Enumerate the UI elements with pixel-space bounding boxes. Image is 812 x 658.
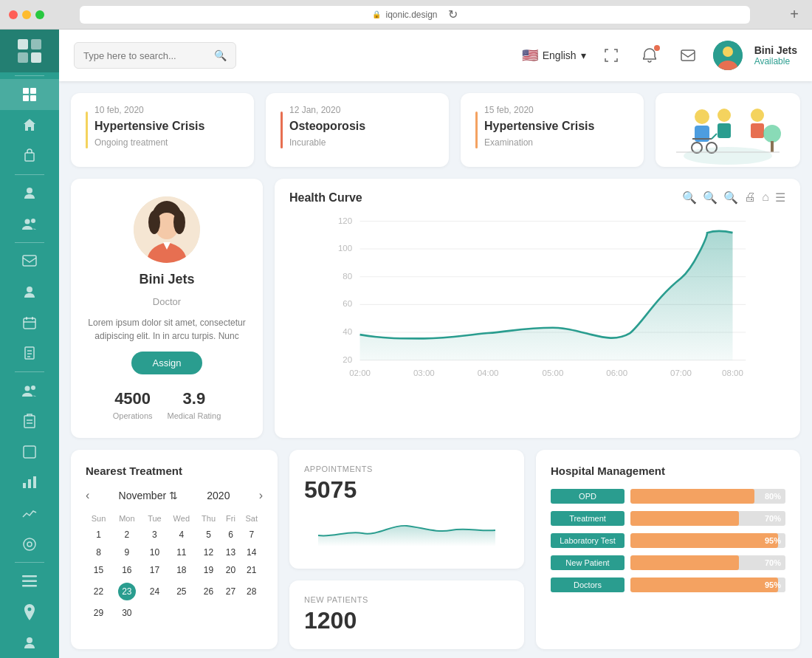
calendar-day[interactable]: 22 — [86, 579, 111, 604]
sidebar-item-user[interactable] — [0, 178, 59, 209]
zoom-minus-icon[interactable]: 🔍 — [682, 191, 697, 205]
calendar-day[interactable]: 30 — [111, 604, 142, 622]
minimize-button[interactable] — [22, 10, 31, 19]
calendar-day[interactable]: 8 — [86, 544, 111, 561]
calendar-day[interactable]: 17 — [142, 561, 168, 579]
sidebar-item-menu[interactable] — [0, 566, 59, 597]
mail-icon — [681, 49, 695, 61]
calendar-day[interactable]: 19 — [196, 561, 221, 579]
progress-bar-wrap: 95% — [630, 533, 785, 548]
header: 🔍 🇺🇸 English ▾ — [59, 30, 812, 81]
sidebar-item-mail[interactable] — [0, 246, 59, 277]
cal-header-mon: Mon — [111, 511, 142, 526]
calendar-day[interactable]: 26 — [196, 579, 221, 604]
close-button[interactable] — [9, 10, 18, 19]
calendar-day[interactable] — [240, 604, 263, 622]
progress-pct: 70% — [765, 558, 781, 567]
new-tab-button[interactable]: + — [785, 6, 803, 24]
fullscreen-button[interactable] — [35, 10, 44, 19]
calendar-day[interactable]: 9 — [111, 544, 142, 561]
calendar-day[interactable]: 16 — [111, 561, 142, 579]
reload-button[interactable]: ↻ — [448, 7, 458, 21]
calendar-day[interactable]: 28 — [240, 579, 263, 604]
calendar-day[interactable]: 1 — [86, 526, 111, 544]
sidebar-item-reports[interactable] — [0, 337, 59, 369]
calendar-day[interactable]: 23 — [111, 579, 142, 604]
assign-button[interactable]: Assign — [131, 352, 202, 374]
zoom-reset-icon[interactable]: 🔍 — [723, 191, 738, 205]
calendar-day[interactable]: 14 — [240, 544, 263, 561]
calendar-day[interactable] — [167, 604, 196, 622]
content-area: 10 feb, 2020 Hypertensive Crisis Ongoing… — [59, 81, 812, 658]
progress-pct: 95% — [765, 536, 781, 545]
calendar-day[interactable] — [196, 604, 221, 622]
svg-rect-14 — [24, 318, 35, 329]
sidebar-item-circle[interactable] — [0, 529, 59, 560]
notification-bell[interactable] — [636, 42, 663, 69]
sidebar-item-analytics[interactable] — [0, 467, 59, 498]
address-bar[interactable]: 🔒 iqonic.design ↻ — [80, 6, 750, 24]
search-bar[interactable]: 🔍 — [74, 42, 236, 69]
sidebar-item-box[interactable] — [0, 436, 59, 467]
sidebar-item-dashboard[interactable] — [0, 79, 59, 110]
sidebar-item-cases[interactable] — [0, 140, 59, 171]
sidebar-item-home[interactable] — [0, 110, 59, 141]
svg-point-32 — [684, 147, 772, 165]
sidebar-item-group[interactable] — [0, 208, 59, 239]
svg-text:120: 120 — [338, 216, 352, 225]
svg-text:60: 60 — [343, 300, 352, 309]
calendar-prev-button[interactable]: ‹ — [86, 489, 89, 502]
progress-label: Doctors — [551, 578, 625, 592]
sidebar-item-account[interactable] — [0, 627, 59, 658]
user-avatar[interactable] — [713, 41, 743, 70]
calendar-next-button[interactable]: › — [259, 489, 263, 502]
sidebar-item-profile[interactable] — [0, 276, 59, 307]
health-curve-card: Health Curve 🔍 🔍 🔍 🖨 ⌂ ☰ — [275, 179, 800, 438]
calendar-day[interactable]: 25 — [167, 579, 196, 604]
calendar-day[interactable]: 11 — [167, 544, 196, 561]
doctor-profile-card: Bini Jets Doctor Lorem ipsum dolor sit a… — [71, 179, 263, 438]
flag-icon: 🇺🇸 — [522, 47, 538, 64]
calendar-day[interactable]: 12 — [196, 544, 221, 561]
calendar-day[interactable]: 2 — [111, 526, 142, 544]
sidebar-item-location[interactable] — [0, 597, 59, 628]
calendar-day[interactable]: 13 — [221, 544, 241, 561]
rating-label: Medical Rating — [168, 411, 221, 420]
calendar-day[interactable]: 21 — [240, 561, 263, 579]
zoom-plus-icon[interactable]: 🔍 — [703, 191, 718, 205]
appointments-mini-chart — [304, 510, 509, 554]
cal-header-tue: Tue — [142, 511, 168, 526]
calendar-day[interactable]: 20 — [221, 561, 241, 579]
svg-rect-20 — [23, 483, 26, 488]
mail-button[interactable] — [675, 42, 701, 69]
calendar-day[interactable]: 18 — [167, 561, 196, 579]
sidebar-item-chart[interactable] — [0, 498, 59, 529]
calendar-day[interactable]: 6 — [221, 526, 241, 544]
fullscreen-toggle[interactable] — [598, 42, 625, 69]
notification-badge — [654, 45, 660, 51]
sidebar-item-clipboard[interactable] — [0, 405, 59, 436]
home-icon[interactable]: ⌂ — [762, 191, 769, 205]
calendar-day[interactable]: 27 — [221, 579, 241, 604]
calendar-day[interactable]: 29 — [86, 604, 111, 622]
calendar-day[interactable]: 24 — [142, 579, 168, 604]
svg-point-10 — [25, 219, 30, 225]
print-icon[interactable]: 🖨 — [744, 191, 756, 205]
search-input[interactable] — [83, 50, 208, 61]
doctor-stats: 4500 Operations 3.9 Medical Rating — [86, 389, 248, 420]
month-select[interactable]: November ⇅ — [119, 490, 179, 501]
calendar-day[interactable] — [142, 604, 168, 622]
calendar-day[interactable]: 7 — [240, 526, 263, 544]
svg-point-24 — [27, 542, 32, 546]
calendar-day[interactable] — [221, 604, 241, 622]
language-selector[interactable]: 🇺🇸 English ▾ — [522, 47, 586, 64]
calendar-day[interactable]: 10 — [142, 544, 168, 561]
sidebar-item-team[interactable] — [0, 375, 59, 406]
svg-rect-7 — [30, 95, 36, 101]
calendar-day[interactable]: 4 — [167, 526, 196, 544]
calendar-day[interactable]: 15 — [86, 561, 111, 579]
calendar-day[interactable]: 3 — [142, 526, 168, 544]
sidebar-item-calendar[interactable] — [0, 307, 59, 338]
menu-icon[interactable]: ☰ — [775, 191, 785, 205]
calendar-day[interactable]: 5 — [196, 526, 221, 544]
